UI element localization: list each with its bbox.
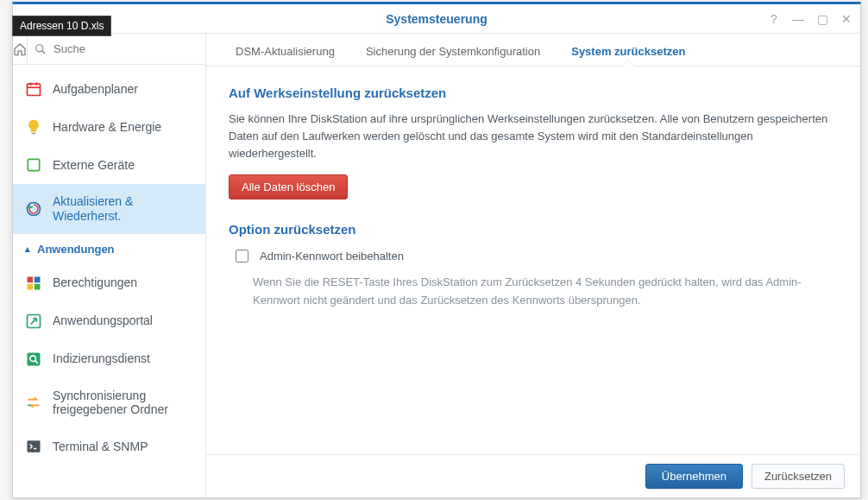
sidebar-item-label: Aktualisieren & Wiederherst. bbox=[53, 194, 193, 224]
checkbox-label: Admin-Kennwort beibehalten bbox=[260, 250, 404, 263]
permissions-icon bbox=[25, 275, 42, 292]
home-icon bbox=[13, 42, 27, 56]
svg-rect-15 bbox=[28, 352, 41, 365]
search-input[interactable] bbox=[52, 41, 200, 56]
sidebar-list: Aufgabenplaner Hardware & Energie Extern… bbox=[13, 65, 205, 497]
titlebar: Systemsteuerung ? — ▢ ✕ bbox=[13, 4, 860, 34]
sidebar-item-label: Synchronisierung freigegebener Ordner bbox=[53, 389, 193, 418]
sync-icon bbox=[25, 394, 42, 411]
sidebar-item-label: Hardware & Energie bbox=[53, 120, 161, 135]
svg-rect-10 bbox=[28, 276, 34, 282]
sidebar-item-shared-sync[interactable]: Synchronisierung freigegebener Ordner bbox=[13, 378, 205, 428]
sidebar-item-scheduler[interactable]: Aufgabenplaner bbox=[13, 70, 205, 108]
chevron-up-icon: ▴ bbox=[25, 244, 30, 255]
svg-rect-11 bbox=[35, 276, 41, 282]
eject-icon bbox=[25, 156, 42, 174]
bulb-icon bbox=[25, 118, 42, 136]
sidebar-item-hardware[interactable]: Hardware & Energie bbox=[13, 108, 205, 146]
restore-icon bbox=[25, 200, 42, 218]
search-icon bbox=[35, 43, 47, 55]
sidebar-group-apps[interactable]: ▴ Anwendungen bbox=[13, 234, 205, 264]
tab-system-reset[interactable]: System zurücksetzen bbox=[556, 36, 701, 66]
sidebar-item-app-portal[interactable]: Anwendungsportal bbox=[13, 302, 205, 340]
sidebar-item-permissions[interactable]: Berechtigungen bbox=[13, 264, 205, 302]
tabs: DSM-Aktualisierung Sicherung der Systemk… bbox=[206, 34, 860, 66]
svg-rect-13 bbox=[35, 283, 41, 289]
sidebar-top bbox=[13, 34, 205, 65]
footer: Übernehmen Zurücksetzen bbox=[206, 454, 860, 497]
minimize-button[interactable]: — bbox=[791, 12, 805, 26]
factory-reset-desc: Sie können Ihre DiskStation auf ihre urs… bbox=[229, 111, 838, 162]
reset-panel: Auf Werkseinstellung zurücksetzen Sie kö… bbox=[206, 66, 860, 454]
svg-rect-12 bbox=[28, 283, 34, 289]
sidebar-item-indexing[interactable]: Indizierungsdienst bbox=[13, 340, 205, 378]
sidebar-item-label: Aufgabenplaner bbox=[53, 82, 138, 97]
index-icon bbox=[25, 351, 42, 368]
control-panel-window: Systemsteuerung ? — ▢ ✕ bbox=[12, 2, 861, 498]
sidebar-item-terminal[interactable]: Terminal & SNMP bbox=[13, 427, 205, 465]
search-wrap bbox=[28, 34, 207, 64]
window-body: Aufgabenplaner Hardware & Energie Extern… bbox=[13, 34, 860, 497]
reset-option-title: Option zurücksetzen bbox=[229, 222, 838, 237]
sidebar: Aufgabenplaner Hardware & Energie Extern… bbox=[13, 34, 206, 497]
factory-reset-title: Auf Werkseinstellung zurücksetzen bbox=[229, 85, 838, 100]
svg-line-1 bbox=[42, 50, 46, 54]
terminal-icon bbox=[25, 438, 42, 455]
close-button[interactable]: ✕ bbox=[840, 12, 853, 26]
tab-dsm-update[interactable]: DSM-Aktualisierung bbox=[220, 36, 350, 66]
sidebar-item-label: Indizierungsdienst bbox=[53, 351, 150, 366]
maximize-button[interactable]: ▢ bbox=[815, 12, 829, 26]
svg-rect-6 bbox=[32, 133, 36, 135]
window-title: Systemsteuerung bbox=[386, 12, 487, 26]
calendar-icon bbox=[25, 80, 42, 98]
tab-config-backup[interactable]: Sicherung der Systemkonfiguration bbox=[350, 36, 556, 66]
apply-button[interactable]: Übernehmen bbox=[645, 464, 743, 489]
svg-point-0 bbox=[36, 44, 43, 51]
content: DSM-Aktualisierung Sicherung der Systemk… bbox=[206, 34, 860, 497]
sidebar-item-update-restore[interactable]: Aktualisieren & Wiederherst. bbox=[13, 184, 205, 234]
reset-hint: Wenn Sie die RESET-Taste Ihres DiskStati… bbox=[229, 274, 838, 310]
home-button[interactable] bbox=[13, 34, 28, 64]
svg-rect-2 bbox=[28, 84, 41, 95]
file-tooltip: Adressen 10 D.xls bbox=[12, 16, 111, 36]
svg-rect-8 bbox=[30, 168, 37, 169]
help-button[interactable]: ? bbox=[767, 12, 781, 26]
sidebar-item-external[interactable]: Externe Geräte bbox=[13, 146, 205, 184]
sidebar-item-label: Terminal & SNMP bbox=[53, 440, 148, 454]
sidebar-group-label: Anwendungen bbox=[37, 243, 115, 256]
sidebar-item-label: Berechtigungen bbox=[53, 275, 137, 290]
portal-icon bbox=[25, 313, 42, 330]
sidebar-item-label: Anwendungsportal bbox=[53, 313, 153, 328]
reset-button[interactable]: Zurücksetzen bbox=[752, 464, 845, 489]
svg-rect-18 bbox=[28, 441, 41, 453]
sidebar-item-label: Externe Geräte bbox=[53, 158, 135, 173]
keep-admin-password-checkbox[interactable] bbox=[236, 250, 248, 263]
window-controls: ? — ▢ ✕ bbox=[767, 4, 853, 34]
keep-admin-password-option[interactable]: Admin-Kennwort beibehalten bbox=[232, 247, 838, 265]
erase-all-button[interactable]: Alle Daten löschen bbox=[229, 174, 348, 199]
